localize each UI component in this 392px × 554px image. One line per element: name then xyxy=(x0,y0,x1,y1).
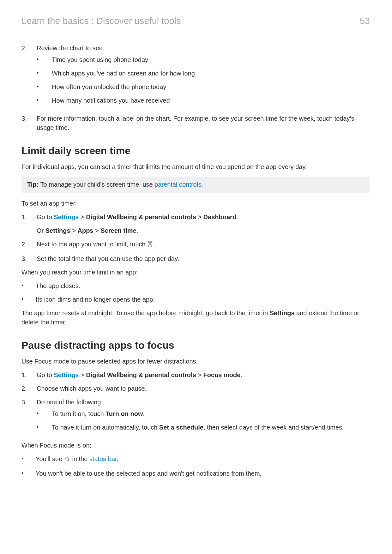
tip-box: Tip: To manage your child's screen time,… xyxy=(21,177,370,193)
link-settings[interactable]: Settings xyxy=(54,214,79,220)
list-text: Go to xyxy=(37,214,54,220)
list-marker: 1. xyxy=(21,370,37,380)
review-bullets: •Time you spent using phone today •Which… xyxy=(37,55,370,105)
tip-label: Tip: xyxy=(27,181,39,188)
heading-pause-distracting-apps: Pause distracting apps to focus xyxy=(21,340,370,351)
list-text-bold: Settings xyxy=(45,227,70,234)
review-chart-list: 2. Review the chart to see: •Time you sp… xyxy=(21,44,370,132)
list-text-bold: Digital Wellbeing & parental controls xyxy=(86,371,196,378)
list-text: Or xyxy=(37,227,45,234)
bullet-icon: • xyxy=(37,55,52,64)
bullet-icon: • xyxy=(21,281,36,290)
list-text-bold: Apps xyxy=(77,227,93,234)
list-text: Next to the app you want to limit, touch xyxy=(37,241,147,248)
list-item: You won't be able to use the selected ap… xyxy=(36,469,262,478)
list-text: Do one of the following: xyxy=(37,399,103,406)
list-item: You'll see xyxy=(36,455,64,462)
list-text: > xyxy=(93,227,100,234)
list-text-bold: Screen time xyxy=(100,227,136,234)
list-item: in the xyxy=(72,455,89,462)
list-item: . xyxy=(117,455,119,462)
list-text: Review the chart to see: xyxy=(37,45,105,51)
list-item-bold: Set a schedule xyxy=(159,424,203,431)
list-text-bold: Dashboard xyxy=(203,214,236,220)
list-text: . xyxy=(240,371,242,378)
link-parental-controls[interactable]: parental controls xyxy=(154,181,201,188)
page-header: Learn the basics : Discover useful tools… xyxy=(21,16,370,26)
when-focus-on-bullets: • You'll see in the status bar. • You wo… xyxy=(21,455,370,478)
list-text: > xyxy=(196,214,203,220)
bullet-icon: • xyxy=(37,423,52,432)
bullet-icon: • xyxy=(37,82,52,91)
focus-mode-status-icon xyxy=(64,455,70,465)
hourglass-icon xyxy=(147,241,153,250)
list-text: > xyxy=(79,371,86,378)
bullet-icon: • xyxy=(21,469,36,478)
list-marker: 3. xyxy=(21,398,37,407)
bullet-icon: • xyxy=(37,96,52,105)
link-settings[interactable]: Settings xyxy=(54,371,79,378)
bullet-icon: • xyxy=(21,455,36,463)
list-text-bold: Digital Wellbeing & parental controls xyxy=(86,214,196,220)
list-item: To turn it on, touch xyxy=(52,410,106,417)
paragraph-text: The app timer resets at midnight. To use… xyxy=(21,310,270,316)
focus-steps: 1. Go to Settings > Digital Wellbeing & … xyxy=(21,370,370,437)
tip-text: . xyxy=(201,181,203,188)
paragraph: Use Focus mode to pause selected apps fo… xyxy=(21,357,370,366)
paragraph: For individual apps, you can set a timer… xyxy=(21,162,370,172)
paragraph: The app timer resets at midnight. To use… xyxy=(21,309,370,327)
paragraph-bold: Settings xyxy=(270,310,295,316)
list-item: How many notifications you have received xyxy=(52,96,170,105)
list-text: . xyxy=(236,214,238,220)
reach-limit-bullets: •The app closes. •Its icon dims and no l… xyxy=(21,281,370,304)
list-marker: 3. xyxy=(21,114,37,123)
list-marker: 2. xyxy=(21,384,37,393)
paragraph: To set an app timer: xyxy=(21,199,370,208)
list-text-bold: Focus mode xyxy=(203,371,241,378)
list-item: The app closes. xyxy=(36,281,80,291)
list-item-bold: Turn on now xyxy=(106,410,143,417)
list-marker: 2. xyxy=(21,240,37,249)
list-item: . xyxy=(143,410,145,417)
list-text: > xyxy=(70,227,78,234)
list-item: Time you spent using phone today xyxy=(52,55,148,64)
heading-limit-daily-screen-time: Limit daily screen time xyxy=(21,145,370,157)
list-marker: 1. xyxy=(21,213,37,222)
paragraph: When you reach your time limit in an app… xyxy=(21,268,370,277)
link-status-bar[interactable]: status bar xyxy=(89,455,117,462)
list-item: How often you unlocked the phone today xyxy=(52,82,166,92)
set-timer-steps: 1. Go to Settings > Digital Wellbeing & … xyxy=(21,213,370,263)
breadcrumb: Learn the basics : Discover useful tools xyxy=(21,16,181,26)
list-text: Go to xyxy=(37,371,54,378)
list-marker: 3. xyxy=(21,254,37,263)
list-marker: 2. xyxy=(21,44,37,53)
list-item: To have it turn on automatically, touch xyxy=(52,424,159,431)
svg-point-0 xyxy=(66,458,69,460)
focus-sub-bullets: • To turn it on, touch Turn on now. • To… xyxy=(37,409,370,432)
bullet-icon: • xyxy=(37,69,52,78)
list-text: . xyxy=(155,241,157,248)
list-text: For more information, touch a label on t… xyxy=(37,115,354,131)
list-text: Set the total time that you can use the … xyxy=(37,255,179,262)
list-item: Which apps you've had on screen and for … xyxy=(52,69,195,78)
paragraph: When Focus mode is on: xyxy=(21,441,370,450)
list-text: > xyxy=(79,214,86,220)
tip-text: To manage your child's screen time, use xyxy=(39,181,154,188)
list-item: , then select days of the week and start… xyxy=(203,424,344,431)
list-text: . xyxy=(136,227,138,234)
list-text: Choose which apps you want to pause. xyxy=(37,385,147,392)
page-number: 53 xyxy=(360,16,370,26)
list-text: > xyxy=(196,371,203,378)
bullet-icon: • xyxy=(21,295,36,304)
bullet-icon: • xyxy=(37,409,52,418)
list-item: Its icon dims and no longer opens the ap… xyxy=(36,295,155,304)
